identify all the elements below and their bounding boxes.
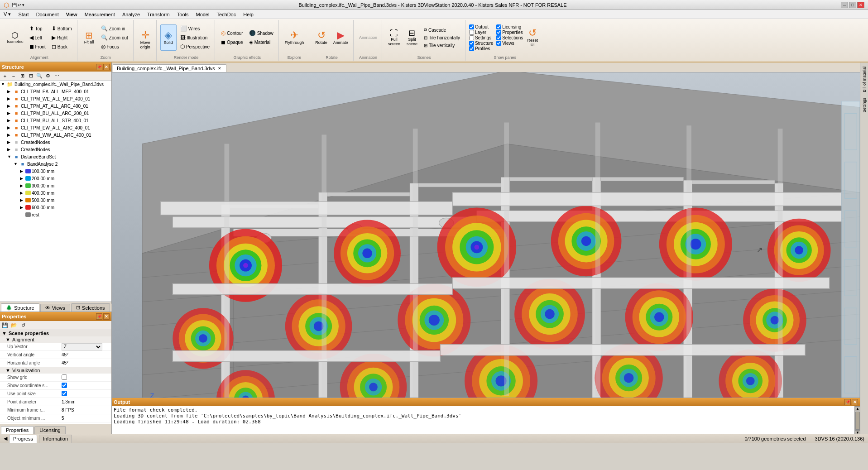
tree-item[interactable]: ▶ ■ CLI_TPM_EA_ALL_MEP_400_01 [0, 88, 111, 95]
viewport-tab-main[interactable]: Building_complex.ifc._Wall_Pipe_Band.3dv… [113, 64, 226, 72]
tree-item[interactable]: ▶ ■ CLI_TPM_EW_ALL_ARC_400_01 [0, 124, 111, 131]
scroll-left-btn[interactable]: ◀ [4, 436, 7, 441]
scroll-down-btn[interactable]: ▼ [855, 430, 860, 434]
focus-button[interactable]: ◎Focus [99, 43, 130, 51]
struct-new-btn[interactable]: + [1, 72, 9, 80]
cascade-button[interactable]: ⧉Cascade [422, 26, 462, 34]
back-button[interactable]: ◻Back [49, 43, 74, 51]
opaque-button[interactable]: ◼Opaque [219, 38, 245, 46]
output-close-button[interactable]: ✕ [852, 399, 858, 405]
isometric-button[interactable]: ⬡ Isometric [5, 24, 26, 51]
tree-item[interactable]: ▶ 300.00 mm [0, 182, 111, 189]
right-button[interactable]: ▶Right [49, 34, 74, 42]
show-coord-checkbox[interactable] [62, 383, 67, 388]
layer-checkbox-label[interactable]: Layer [469, 30, 496, 35]
up-vector-select[interactable]: Z [62, 343, 102, 350]
structure-checkbox-label[interactable]: Structure [469, 41, 496, 46]
perspective-button[interactable]: ⬡Perspective [178, 43, 212, 51]
menu-tools[interactable]: Tools [173, 10, 192, 19]
tab-licensing[interactable]: Licensing [34, 426, 65, 434]
menu-transform[interactable]: Transform [144, 10, 173, 19]
props-save-btn[interactable]: 💾 [1, 321, 9, 330]
menu-analyze[interactable]: Analyze [119, 10, 144, 19]
split-scene-button[interactable]: ⊟ Splitscene [404, 24, 420, 51]
top-button[interactable]: ⬆Top [27, 24, 48, 33]
contour-button[interactable]: ◎Contour [219, 29, 245, 37]
menu-techdoc[interactable]: TechDoc [213, 10, 240, 19]
reset-ui-button[interactable]: ↺ ResetUI [524, 24, 541, 51]
tree-item[interactable]: ▶ rest [0, 211, 111, 218]
licensing-checkbox[interactable] [496, 24, 501, 29]
settings-panel-button[interactable]: Settings [861, 96, 868, 115]
output-checkbox-label[interactable]: Output [469, 24, 496, 29]
viewport-tab-close[interactable]: ✕ [217, 66, 222, 71]
profiles-checkbox[interactable] [469, 46, 474, 51]
close-button[interactable]: ✕ [857, 2, 864, 8]
solid-button[interactable]: ◈ Solid [160, 24, 177, 51]
properties-checkbox-label[interactable]: Properties [496, 30, 523, 35]
wires-button[interactable]: ⬜Wires [178, 24, 212, 33]
props-reset-btn[interactable]: ↺ [19, 321, 27, 330]
rotate-button[interactable]: ↺ Rotate [313, 24, 330, 51]
zoom-out-button[interactable]: 🔍Zoom out [99, 34, 130, 42]
selections-checkbox-label[interactable]: Selections [496, 35, 523, 40]
flythrough-button[interactable]: ✈ Flythrough [283, 24, 307, 51]
tab-selections[interactable]: ⊡ Selections [71, 303, 110, 312]
tree-item[interactable]: ▼ 📁 Building_complex.ifc._Wall_Pipe_Band… [0, 81, 111, 88]
menu-v[interactable]: V ▾ [0, 10, 14, 19]
minimize-button[interactable]: ─ [841, 2, 848, 8]
props-pin-button[interactable]: 📌 [96, 313, 102, 320]
tree-item[interactable]: ▶ 400.00 mm [0, 189, 111, 197]
3d-viewport[interactable]: X Y Z ↗ [112, 72, 860, 398]
scroll-thumb[interactable] [855, 412, 860, 430]
left-button[interactable]: ◀Left [27, 34, 48, 42]
struct-settings-btn[interactable]: ⚙ [44, 72, 52, 80]
licensing-checkbox-label[interactable]: Licensing [496, 24, 523, 29]
output-checkbox[interactable] [469, 24, 474, 29]
tree-item[interactable]: ▶ ■ CreatedNodes [0, 139, 111, 146]
information-tab[interactable]: Information [39, 435, 72, 443]
menu-document[interactable]: Document [33, 10, 62, 19]
tree-item[interactable]: ▶ 500.00 mm [0, 197, 111, 204]
views-checkbox[interactable] [496, 41, 501, 46]
tab-views[interactable]: 👁 Views [40, 304, 70, 312]
front-button[interactable]: ◼Front [27, 43, 48, 51]
shadow-button[interactable]: 🌑Shadow [247, 29, 276, 37]
settings-checkbox-label[interactable]: Settings [469, 35, 496, 40]
move-origin-button[interactable]: ✛ Moveorigin [137, 27, 153, 53]
output-scrollbar[interactable]: ▲ ▼ [854, 406, 860, 434]
props-load-btn[interactable]: 📂 [10, 321, 18, 330]
tile-horiz-button[interactable]: ⊟Tile horizontally [422, 34, 462, 41]
bill-of-material-button[interactable]: Bill of material [861, 64, 868, 95]
props-close-button[interactable]: ✕ [103, 313, 110, 320]
layer-checkbox[interactable] [469, 30, 474, 35]
tab-structure[interactable]: 🌲 Structure [1, 303, 39, 312]
visualization-section-header[interactable]: ▼ Visualization [0, 367, 111, 374]
scroll-up-btn[interactable]: ▲ [855, 406, 860, 411]
tree-item[interactable]: ▶ ■ CreatedNodes [0, 146, 111, 153]
profiles-checkbox-label[interactable]: Profiles [469, 46, 496, 51]
tree-item[interactable]: ▶ 600.00 mm [0, 204, 111, 211]
structure-pin-button[interactable]: 📌 [96, 64, 102, 70]
views-checkbox-label[interactable]: Views [496, 41, 523, 46]
menu-model[interactable]: Model [192, 10, 213, 19]
tree-item[interactable]: ▶ ■ CLI_TPM_WW_ALL_ARC_400_01 [0, 131, 111, 139]
fit-all-button[interactable]: ⊞ Fit all [81, 24, 97, 51]
bottom-button[interactable]: ⬇Bottom [49, 24, 74, 33]
tree-item[interactable]: ▶ ■ CLI_TPM_BU_ALL_STR_400_01 [0, 117, 111, 124]
use-point-size-checkbox[interactable] [62, 391, 67, 396]
struct-collapse-btn[interactable]: ⊟ [27, 72, 35, 80]
progress-tab[interactable]: Progress [9, 435, 37, 443]
menu-start[interactable]: Start [14, 10, 32, 19]
structure-close-button[interactable]: ✕ [103, 64, 110, 70]
selections-checkbox[interactable] [496, 35, 501, 40]
alignment-section-header[interactable]: ▼ Alignment [0, 336, 111, 343]
illustration-button[interactable]: 🖼Illustration [178, 34, 212, 42]
tab-properties[interactable]: Properties [1, 426, 34, 434]
tree-item[interactable]: ▶ 100.00 mm [0, 168, 111, 175]
maximize-button[interactable]: □ [849, 2, 856, 8]
full-screen-button[interactable]: ⛶ Fullscreen [386, 24, 403, 51]
tree-item[interactable]: ▶ ■ CLI_TPM_AT_ALL_ARC_400_01 [0, 102, 111, 110]
tile-vert-button[interactable]: ⊞Tile vertically [422, 42, 462, 49]
settings-checkbox[interactable] [469, 35, 474, 40]
